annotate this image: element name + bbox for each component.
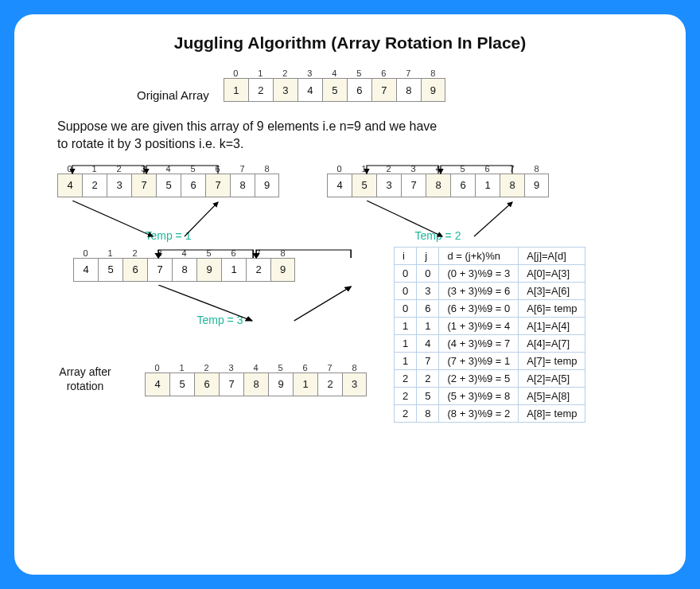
table-row: 22(2 + 3)%9 = 5A[2]=A[5] xyxy=(395,369,585,387)
final-array-label: Array after rotation xyxy=(41,365,129,393)
table-cell: 0 xyxy=(417,264,439,282)
array-cell: 2 xyxy=(246,258,270,282)
table-cell: 1 xyxy=(395,334,417,352)
array-index: 4 xyxy=(243,363,268,373)
array-cell: 7 xyxy=(147,258,172,282)
table-row: 00(0 + 3)%9 = 3A[0]=A[3] xyxy=(395,264,585,282)
final-array-row: Array after rotation 012345678 456789123 xyxy=(41,363,367,396)
array-cell: 7 xyxy=(205,174,230,197)
array-cell: 8 xyxy=(243,373,268,396)
array-cell: 8 xyxy=(396,78,421,102)
array-index: 8 xyxy=(421,68,445,78)
array-cell: 9 xyxy=(270,258,295,282)
table-cell: A[1]=A[4] xyxy=(519,317,585,334)
array-index: 4 xyxy=(172,248,196,258)
array-index: 0 xyxy=(224,68,248,78)
array-index: 7 xyxy=(230,164,255,174)
table-cell: 2 xyxy=(395,387,417,404)
array-index: 1 xyxy=(352,164,376,174)
diagram-card: Juggling Algorithm (Array Rotation In Pl… xyxy=(14,14,686,575)
array-cell: 5 xyxy=(352,174,376,197)
table-cell: (7 + 3)%9 = 1 xyxy=(439,352,519,369)
th-assign: A[j]=A[d] xyxy=(519,247,585,264)
array-cell: 7 xyxy=(131,174,156,197)
array-cell: 5 xyxy=(322,78,347,102)
th-i: i xyxy=(395,247,417,264)
table-cell: 7 xyxy=(417,352,439,369)
array-index: 0 xyxy=(73,248,98,258)
table-header-row: i j d = (j+k)%n A[j]=A[d] xyxy=(395,247,585,264)
array-index: 7 xyxy=(317,363,342,373)
array-cell: 6 xyxy=(122,258,147,282)
array-index: 7 xyxy=(396,68,421,78)
array-cell: 9 xyxy=(255,174,279,197)
final-cells: 456789123 xyxy=(145,373,367,396)
table-cell: 4 xyxy=(417,334,439,352)
array-cell: 3 xyxy=(273,78,298,102)
table-cell: A[2]=A[5] xyxy=(519,369,585,387)
array-index: 0 xyxy=(327,164,352,174)
array-cell: 9 xyxy=(524,174,549,197)
array-cell: 4 xyxy=(145,373,169,396)
page-title: Juggling Algorithm (Array Rotation In Pl… xyxy=(41,32,659,54)
array-index: 8 xyxy=(270,248,295,258)
table-cell: 2 xyxy=(395,404,417,422)
array-cell: 4 xyxy=(73,258,98,282)
table-cell: 1 xyxy=(395,352,417,369)
array-cell: 6 xyxy=(450,174,475,197)
table-row: 25(5 + 3)%9 = 8A[5]=A[8] xyxy=(395,387,585,404)
array-cell: 8 xyxy=(500,174,524,197)
array-cell: 8 xyxy=(172,258,196,282)
array-cell: 4 xyxy=(298,78,322,102)
array-cell: 6 xyxy=(181,174,205,197)
array-index: 1 xyxy=(98,248,122,258)
table-cell: 0 xyxy=(395,299,417,317)
table-row: 11(1 + 3)%9 = 4A[1]=A[4] xyxy=(395,317,585,334)
table-cell: 2 xyxy=(395,369,417,387)
table-cell: (1 + 3)%9 = 4 xyxy=(439,317,519,334)
step-3: 012345678 456789129 Temp = 3 xyxy=(73,248,367,326)
table-cell: 1 xyxy=(417,317,439,334)
array-cell: 1 xyxy=(224,78,248,102)
array-index: 4 xyxy=(426,164,450,174)
array-cell: 5 xyxy=(98,258,122,282)
array-cell: 2 xyxy=(317,373,342,396)
lower-row: 012345678 456789129 Temp = 3 Array after… xyxy=(41,248,659,423)
table-cell: A[5]=A[8] xyxy=(519,387,585,404)
array-index: 1 xyxy=(248,68,273,78)
th-j: j xyxy=(417,247,439,264)
table-row: 14(4 + 3)%9 = 7A[4]=A[7] xyxy=(395,334,585,352)
steps-row: 012345678 423756789 Temp = 1 012345678 4… xyxy=(57,164,659,242)
table-cell: 3 xyxy=(417,282,439,299)
array-index: 2 xyxy=(194,363,219,373)
table-body: 00(0 + 3)%9 = 3A[0]=A[3]03(3 + 3)%9 = 6A… xyxy=(395,264,585,422)
table-cell: A[8]= temp xyxy=(519,404,585,422)
array-index: 6 xyxy=(293,363,317,373)
array-cell: 7 xyxy=(401,174,426,197)
final-indices: 012345678 xyxy=(145,363,367,373)
step1-temp: Temp = 1 xyxy=(57,229,279,242)
th-d: d = (j+k)%n xyxy=(439,247,519,264)
array-index: 5 xyxy=(181,164,205,174)
array-index: 5 xyxy=(196,248,221,258)
table-cell: (4 + 3)%9 = 7 xyxy=(439,334,519,352)
array-index: 3 xyxy=(219,363,243,373)
array-cell: 8 xyxy=(230,174,255,197)
array-index: 8 xyxy=(255,164,279,174)
array-cell: 9 xyxy=(421,78,445,102)
array-index: 2 xyxy=(273,68,298,78)
table-cell: 0 xyxy=(395,282,417,299)
array-index: 6 xyxy=(371,68,396,78)
array-index: 5 xyxy=(347,68,371,78)
table-row: 03(3 + 3)%9 = 6A[3]=A[6] xyxy=(395,282,585,299)
array-cell: 2 xyxy=(248,78,273,102)
array-cell: 8 xyxy=(426,174,450,197)
array-index: 5 xyxy=(268,363,293,373)
array-index: 1 xyxy=(82,164,107,174)
step1-indices: 012345678 xyxy=(57,164,279,174)
table-cell: A[0]=A[3] xyxy=(519,264,585,282)
table-row: 06(6 + 3)%9 = 0A[6]= temp xyxy=(395,299,585,317)
array-cell: 4 xyxy=(327,174,352,197)
array-index: 2 xyxy=(122,248,147,258)
table-cell: (5 + 3)%9 = 8 xyxy=(439,387,519,404)
